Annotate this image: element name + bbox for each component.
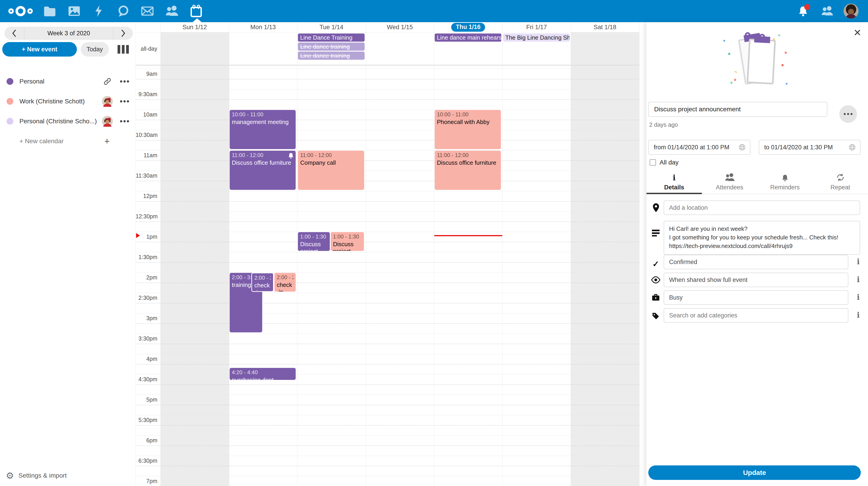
event-title: Discuss project — [333, 241, 362, 251]
busy-info-icon[interactable]: i — [855, 293, 862, 301]
grid-line-dotted — [135, 262, 639, 263]
today-button[interactable]: Today — [81, 42, 109, 57]
day-header[interactable]: Wed 1/15 — [366, 22, 434, 32]
new-event-button[interactable]: + New event — [2, 42, 77, 57]
calendar-event[interactable]: 1:00 - 1:30Discuss project — [331, 232, 364, 251]
calendar-event[interactable]: 10:00 - 11:00Phonecall with Abby — [434, 110, 501, 149]
grid-line-dotted — [135, 242, 639, 242]
day-header[interactable]: Mon 1/13 — [229, 22, 298, 32]
notifications-bell-button[interactable] — [796, 4, 811, 19]
calendar-icon — [190, 5, 202, 18]
time-label: 9:30am — [135, 91, 157, 97]
all-day-checkbox[interactable] — [650, 159, 656, 166]
grid-column-line — [502, 22, 503, 486]
grid-line — [135, 354, 639, 354]
tab-details[interactable]: iDetails — [647, 172, 702, 194]
new-calendar-button[interactable]: + New calendar+ — [0, 131, 135, 151]
week-label: Week 3 of 2020 — [24, 27, 114, 39]
all-day-event[interactable]: Line Dance Training — [298, 33, 365, 41]
calendar-list-item[interactable]: Work (Christine Schott) — [0, 91, 135, 111]
calendar-list-item[interactable]: Personal (Christine Scho...) — [0, 111, 135, 131]
user-avatar-photo — [844, 4, 859, 19]
all-day-event[interactable]: Line dance training — [298, 42, 365, 51]
nextcloud-logo[interactable] — [4, 0, 37, 22]
current-time-indicator — [434, 235, 502, 236]
calendar-event[interactable]: 10:00 - 11:00management meeting — [229, 110, 296, 149]
contacts-app-button[interactable] — [160, 0, 184, 22]
settings-import-button[interactable]: ⚙ Settings & import — [0, 467, 135, 484]
grid-line-dotted — [135, 425, 639, 426]
chevron-right-icon — [121, 29, 126, 37]
status-info-icon[interactable]: i — [855, 257, 862, 266]
event-title-input[interactable] — [648, 102, 827, 117]
grid-line — [135, 191, 639, 191]
update-button[interactable]: Update — [648, 465, 861, 480]
calendar-event[interactable]: 1:00 - 1:30Discuss project announcement — [298, 232, 330, 251]
day-header[interactable]: Sat 1/18 — [571, 22, 639, 32]
grid-line — [135, 252, 639, 252]
calendar-list-item[interactable]: Personal — [0, 72, 135, 91]
mail-app-button[interactable] — [135, 0, 160, 22]
day-header-label: Sat 1/18 — [594, 24, 616, 31]
close-icon[interactable]: ✕ — [851, 26, 864, 39]
all-day-event[interactable]: The Big Line Dancing Show — [503, 33, 570, 41]
calendar-event[interactable]: 11:00 - 12:00Discuss office furniture — [434, 150, 501, 190]
time-label: 7pm — [135, 478, 157, 484]
status-select[interactable]: Confirmed — [664, 255, 848, 269]
event-title: Discuss project announcement — [300, 241, 328, 251]
weekend-shading — [571, 32, 639, 486]
all-day-event[interactable]: Line dance main rehearsal — [435, 33, 501, 41]
timezone-globe-icon — [738, 143, 746, 151]
talk-app-button[interactable] — [111, 0, 135, 22]
user-avatar[interactable] — [844, 4, 859, 19]
location-input[interactable] — [664, 200, 860, 215]
grid-line-dotted — [135, 140, 639, 141]
grid-column-line — [571, 22, 571, 486]
calendar-owner-avatar — [102, 116, 113, 127]
busy-select[interactable]: Busy — [664, 290, 848, 305]
day-header[interactable]: Thu 1/16 — [434, 22, 502, 32]
visibility-select[interactable]: When shared show full event — [664, 273, 848, 287]
contacts-people-icon — [165, 5, 178, 17]
tab-attendees[interactable]: Attendees — [702, 172, 757, 194]
activity-app-button[interactable] — [86, 0, 111, 22]
categories-info-icon[interactable]: i — [855, 311, 862, 319]
all-day-event[interactable]: Line dance training — [298, 52, 365, 60]
files-app-button[interactable] — [37, 0, 62, 22]
tab-label: Repeat — [831, 184, 850, 191]
calendar-actions-button[interactable] — [119, 80, 130, 83]
next-week-button[interactable] — [114, 27, 133, 40]
status-value: Confirmed — [669, 259, 698, 266]
week-view-toggle[interactable] — [118, 45, 129, 54]
calendar-name: Work (Christine Schott) — [20, 98, 102, 105]
day-header[interactable]: Tue 1/14 — [297, 22, 366, 32]
photos-app-button[interactable] — [62, 0, 86, 22]
calendar-event[interactable]: 2:00 - 2:30check-in — [251, 273, 274, 292]
tab-repeat[interactable]: Repeat — [813, 172, 868, 194]
calendar-actions-button[interactable] — [119, 100, 130, 103]
visibility-info-icon[interactable]: i — [855, 275, 862, 284]
event-time: 1:00 - 1:30 — [333, 233, 362, 240]
calendar-event[interactable]: 4:20 - 4:40purchasing dept — [229, 368, 296, 380]
description-textarea[interactable]: Hi Carl! are you in next week? I got som… — [664, 221, 860, 255]
previous-week-button[interactable] — [4, 27, 24, 40]
grid-line-dotted — [135, 283, 639, 283]
calendar-event[interactable]: 11:00 - 12:00Company call — [298, 150, 364, 190]
talk-bubble-icon — [117, 5, 129, 17]
time-label: 12pm — [135, 193, 157, 199]
start-datetime-field[interactable]: from 01/14/2020 at 1:00 PM — [648, 140, 750, 155]
event-title: Phonecall with Abby — [437, 119, 499, 125]
contacts-menu-button[interactable] — [819, 4, 835, 19]
tab-reminders[interactable]: Reminders — [757, 172, 813, 194]
categories-input[interactable] — [664, 308, 848, 323]
end-datetime-field[interactable]: to 01/14/2020 at 1:30 PM — [759, 140, 861, 155]
calendar-actions-button[interactable] — [119, 120, 130, 123]
share-link-button[interactable] — [102, 76, 113, 87]
calendar-event[interactable]: 11:00 - 12:00Discuss office furniture — [229, 150, 296, 190]
event-illustration — [721, 31, 794, 90]
day-header[interactable]: Sun 1/12 — [160, 22, 229, 32]
calendar-event[interactable]: 2:00 - 2:30check-in — [274, 273, 296, 292]
event-title: Discuss office furniture — [232, 159, 293, 166]
day-header[interactable]: Fri 1/17 — [502, 22, 571, 32]
event-actions-menu-button[interactable] — [839, 105, 857, 123]
